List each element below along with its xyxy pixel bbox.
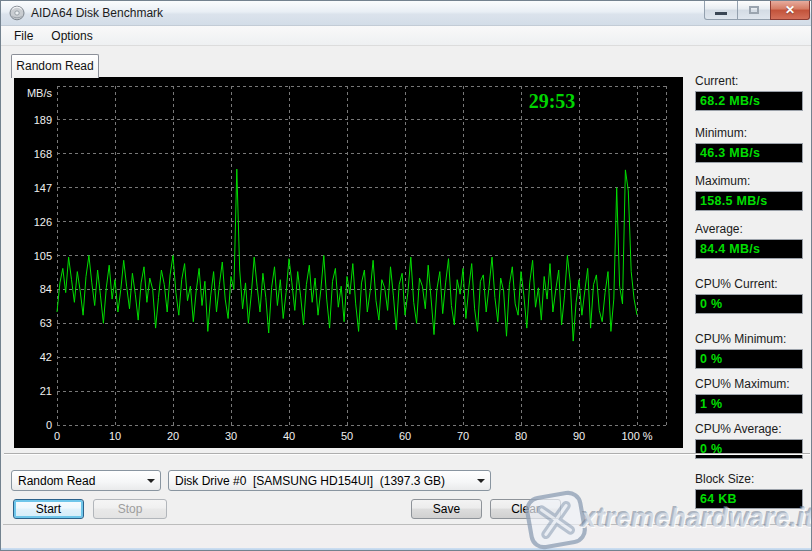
stat-value: 0 % <box>695 349 803 369</box>
stat-label: CPU% Average: <box>695 422 803 437</box>
y-tick-label: 63 <box>40 317 52 329</box>
stat-value: 46.3 MB/s <box>695 143 803 163</box>
x-tick-label: 60 <box>399 430 411 442</box>
x-tick-label: 30 <box>225 430 237 442</box>
close-button[interactable]: ✕ <box>770 1 810 20</box>
stat-value: 1 % <box>695 394 803 414</box>
benchmark-type-value: Random Read <box>12 474 142 488</box>
stat-label: CPU% Maximum: <box>695 377 803 392</box>
stat-cpu-maximum: CPU% Maximum: 1 % <box>695 377 803 414</box>
tab-random-read[interactable]: Random Read <box>11 54 99 78</box>
stat-label: Average: <box>695 222 803 237</box>
stat-cpu-current: CPU% Current: 0 % <box>695 277 803 314</box>
benchmark-type-select[interactable]: Random Read <box>11 470 161 491</box>
y-tick-label: 0 <box>46 419 52 431</box>
x-tick-label: 50 <box>341 430 353 442</box>
stat-value: 0 % <box>695 439 803 459</box>
close-icon: ✕ <box>785 3 795 17</box>
stat-minimum: Minimum: 46.3 MB/s <box>695 126 803 163</box>
stat-current: Current: 68.2 MB/s <box>695 74 803 111</box>
x-tick-label: 80 <box>515 430 527 442</box>
clear-button[interactable]: Clear <box>490 499 561 519</box>
x-tick-label: 90 <box>573 430 585 442</box>
stat-label: CPU% Minimum: <box>695 332 803 347</box>
menu-bar: File Options <box>1 26 811 46</box>
y-tick-label: 189 <box>34 114 52 126</box>
stat-label: Current: <box>695 74 803 89</box>
stats-panel: Current: 68.2 MB/s Minimum: 46.3 MB/s Ma… <box>695 71 803 509</box>
disk-icon <box>9 5 25 21</box>
stat-label: Maximum: <box>695 174 803 189</box>
stat-label: CPU% Current: <box>695 277 803 292</box>
x-tick-label: 70 <box>457 430 469 442</box>
y-tick-label: 21 <box>40 385 52 397</box>
stat-value: 0 % <box>695 294 803 314</box>
y-tick-label: 147 <box>34 182 52 194</box>
x-tick-label: 0 <box>54 430 60 442</box>
stop-button[interactable]: Stop <box>93 499 167 519</box>
stat-cpu-minimum: CPU% Minimum: 0 % <box>695 332 803 369</box>
benchmark-chart-panel: MB/s189168147126105846342210010203040506… <box>14 77 683 448</box>
start-button[interactable]: Start <box>13 499 84 519</box>
window-title: AIDA64 Disk Benchmark <box>31 1 163 25</box>
x-tick-label: 10 <box>109 430 121 442</box>
menu-item-file[interactable]: File <box>5 26 42 45</box>
chevron-down-icon <box>142 479 160 483</box>
drive-value: Disk Drive #0 [SAMSUNG HD154UI] (1397.3 … <box>169 474 472 488</box>
stat-label: Minimum: <box>695 126 803 141</box>
maximize-button[interactable] <box>738 1 770 20</box>
stat-value: 84.4 MB/s <box>695 239 803 259</box>
save-button[interactable]: Save <box>411 499 482 519</box>
stat-block-size: Block Size: 64 KB <box>695 472 803 509</box>
x-tick-label: 100 % <box>621 430 652 442</box>
separator-line <box>4 453 810 455</box>
y-tick-label: 84 <box>40 283 52 295</box>
minimize-button[interactable] <box>704 1 738 20</box>
stat-label: Block Size: <box>695 472 803 487</box>
stat-average: Average: 84.4 MB/s <box>695 222 803 259</box>
y-tick-label: 105 <box>34 250 52 262</box>
y-tick-label: 126 <box>34 216 52 228</box>
minimize-icon <box>715 12 727 15</box>
stat-value: 64 KB <box>695 489 803 509</box>
title-bar[interactable]: AIDA64 Disk Benchmark ✕ <box>1 1 811 26</box>
y-axis-unit-label: MB/s <box>27 87 53 99</box>
status-bar <box>3 524 809 548</box>
elapsed-timer: 29:53 <box>529 90 576 112</box>
menu-item-options[interactable]: Options <box>42 26 101 45</box>
y-tick-label: 42 <box>40 351 52 363</box>
x-tick-label: 40 <box>283 430 295 442</box>
stat-value: 68.2 MB/s <box>695 91 803 111</box>
chevron-down-icon <box>472 479 490 483</box>
benchmark-chart: MB/s189168147126105846342210010203040506… <box>14 77 683 448</box>
drive-select[interactable]: Disk Drive #0 [SAMSUNG HD154UI] (1397.3 … <box>168 470 491 491</box>
y-tick-label: 168 <box>34 148 52 160</box>
maximize-icon <box>749 6 759 14</box>
stat-maximum: Maximum: 158.5 MB/s <box>695 174 803 211</box>
x-tick-label: 20 <box>167 430 179 442</box>
app-window: AIDA64 Disk Benchmark ✕ File Options Ran… <box>0 0 812 551</box>
stat-value: 158.5 MB/s <box>695 191 803 211</box>
